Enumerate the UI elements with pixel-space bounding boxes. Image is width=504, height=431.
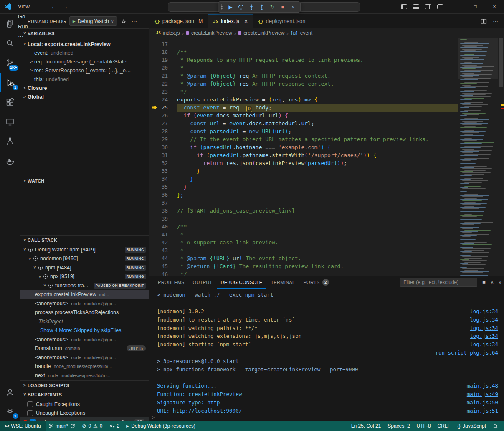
navigate-back-icon[interactable]: ← bbox=[51, 3, 56, 10]
callstack-frame-row[interactable]: <anonymous>node_modules/@go... bbox=[20, 299, 149, 308]
callstack-frame-row[interactable]: process.processTicksAndRejections bbox=[20, 308, 149, 317]
twisty-icon[interactable]: > bbox=[43, 283, 47, 289]
variables-row[interactable]: >req:IncomingMessage {_readableState:… bbox=[20, 57, 149, 66]
restart-button[interactable]: ↻ bbox=[268, 3, 277, 12]
code-line[interactable]: 29 // If the event object URL matches a … bbox=[149, 135, 458, 143]
code-line[interactable]: 22 * @param {Object} res An HTTP respons… bbox=[149, 80, 458, 88]
indentation-item[interactable]: Spaces: 2 bbox=[384, 421, 413, 431]
source-control-icon[interactable]: 1K+ bbox=[0, 53, 20, 73]
drag-handle-icon[interactable] bbox=[221, 4, 223, 10]
scrollbar-thumb[interactable] bbox=[499, 38, 503, 87]
twisty-icon[interactable]: > bbox=[33, 265, 37, 271]
callstack-frame-row[interactable]: exports.createLinkPreviewind... bbox=[20, 290, 149, 299]
callstack-frame-row[interactable]: TickObject bbox=[20, 317, 149, 326]
maximize-button[interactable]: □ bbox=[466, 0, 485, 14]
language-mode-item[interactable]: {} JavaScript bbox=[454, 421, 489, 431]
debug-settings-gear-icon[interactable] bbox=[120, 18, 127, 25]
minimap[interactable] bbox=[458, 38, 498, 276]
line-number-gutter[interactable]: 21 bbox=[149, 72, 177, 80]
stop-button[interactable]: ■ bbox=[278, 3, 287, 12]
code-line[interactable]: 20 * bbox=[149, 64, 458, 72]
code-line[interactable]: 18/** bbox=[149, 48, 458, 56]
line-number-gutter[interactable]: 22 bbox=[149, 80, 177, 88]
source-location-link[interactable]: main.js:51 bbox=[467, 408, 498, 414]
line-number-gutter[interactable]: 18 bbox=[149, 48, 177, 56]
line-number-gutter[interactable]: 44 bbox=[149, 254, 177, 262]
search-icon[interactable] bbox=[0, 33, 20, 53]
panel-tab-problems[interactable]: PROBLEMS bbox=[154, 276, 189, 289]
call-stack-section-header[interactable]: > CALL STACK bbox=[20, 235, 149, 244]
line-number-gutter[interactable]: 32 bbox=[149, 159, 177, 167]
git-branch-item[interactable]: main* bbox=[46, 421, 79, 431]
variables-row[interactable]: >res:ServerResponse {_events: {…}, _e… bbox=[20, 66, 149, 75]
line-number-gutter[interactable]: 27 bbox=[149, 119, 177, 127]
code-line[interactable]: 27 const url = event.docs.matchedUrl.url… bbox=[149, 119, 458, 127]
twisty-icon[interactable]: > bbox=[22, 94, 28, 99]
breakpoint-checkbox[interactable] bbox=[27, 401, 33, 407]
code-line[interactable]: 17 bbox=[149, 40, 458, 48]
callstack-frame-row[interactable]: Domain.rundomain388:15 bbox=[20, 344, 149, 353]
forwarded-ports-item[interactable]: 2 bbox=[106, 421, 123, 431]
line-number-gutter[interactable]: 31 bbox=[149, 151, 177, 159]
breadcrumb-symbol[interactable]: createLinkPreview bbox=[243, 30, 284, 36]
minimap-slider[interactable] bbox=[458, 38, 498, 79]
code-line[interactable]: 46 */ bbox=[149, 270, 458, 276]
tab-package-json[interactable]: {} package.json M bbox=[149, 14, 208, 28]
variables-row[interactable]: event:undefined bbox=[20, 48, 149, 57]
line-number-gutter[interactable]: 30 bbox=[149, 143, 177, 151]
toggle-secondary-sidebar-icon[interactable] bbox=[425, 4, 431, 9]
callstack-frame-row[interactable]: handlenode_modules/express/lib/... bbox=[20, 362, 149, 371]
breakpoints-section-header[interactable]: > BREAKPOINTS bbox=[20, 390, 149, 399]
code-line[interactable]: 35 } bbox=[149, 183, 458, 191]
code-line[interactable]: 40/** bbox=[149, 223, 458, 231]
debug-status-item[interactable]: ▶ Debug Watch (3p-resources) bbox=[123, 421, 199, 431]
code-line[interactable]: 21 * @param {Object} req An HTTP request… bbox=[149, 72, 458, 80]
continue-button[interactable]: ▶ bbox=[226, 3, 235, 12]
encoding-item[interactable]: UTF-8 bbox=[413, 421, 434, 431]
source-location-link[interactable]: log.js:34 bbox=[470, 325, 498, 331]
variables-row[interactable]: >Closure bbox=[20, 84, 149, 92]
line-number-gutter[interactable]: 43 bbox=[149, 246, 177, 254]
start-debug-icon[interactable]: ▶ bbox=[73, 19, 76, 23]
callstack-frame-row[interactable]: nextnode_modules/express/lib/ro... bbox=[20, 371, 149, 380]
line-number-gutter[interactable]: 39 bbox=[149, 215, 177, 223]
code-line[interactable]: 32 return res.json(caseLinkPreview(parse… bbox=[149, 159, 458, 167]
line-number-gutter[interactable]: 34 bbox=[149, 175, 177, 183]
twisty-icon[interactable]: > bbox=[28, 59, 34, 64]
line-number-gutter[interactable]: 40 bbox=[149, 223, 177, 231]
accounts-icon[interactable] bbox=[0, 382, 20, 401]
console-filter-input[interactable] bbox=[400, 278, 477, 287]
line-number-gutter[interactable]: 19 bbox=[149, 56, 177, 64]
views-more-actions-icon[interactable]: ⋯ bbox=[131, 18, 137, 25]
line-number-gutter[interactable]: 24 bbox=[149, 96, 177, 104]
remote-explorer-icon[interactable] bbox=[0, 112, 20, 132]
run-and-debug-icon[interactable]: 1 bbox=[0, 73, 20, 92]
notifications-bell-icon[interactable] bbox=[489, 421, 501, 431]
cursor-position-item[interactable]: Ln 25, Col 21 bbox=[348, 421, 384, 431]
source-location-link[interactable]: main.js:50 bbox=[467, 399, 498, 406]
watch-section-header[interactable]: > WATCH bbox=[20, 176, 149, 185]
line-number-gutter[interactable]: 33 bbox=[149, 167, 177, 175]
callstack-session-row[interactable]: >Debug Watch: npm [9419]RUNNING bbox=[20, 245, 149, 254]
line-number-gutter[interactable]: 25 bbox=[149, 104, 177, 112]
code-line[interactable]: 43 * bbox=[149, 246, 458, 254]
settings-gear-icon[interactable]: 1 bbox=[0, 401, 20, 421]
toggle-panel-icon[interactable] bbox=[413, 4, 419, 9]
panel-tab-terminal[interactable]: TERMINAL bbox=[266, 276, 299, 289]
line-number-gutter[interactable]: 46 bbox=[149, 270, 177, 276]
code-line[interactable]: 30 if (parsedUrl.hostname === 'example.c… bbox=[149, 143, 458, 151]
menu-item-view[interactable]: View bbox=[14, 2, 44, 12]
code-line[interactable]: 45 * @return {!Card} The resulting previ… bbox=[149, 262, 458, 270]
line-number-gutter[interactable]: 37 bbox=[149, 199, 177, 207]
code-line[interactable]: 38// [START add_ons_case_preview_link] bbox=[149, 207, 458, 215]
code-line[interactable]: 41 * bbox=[149, 231, 458, 238]
code-line[interactable]: 19 * Responds to any HTTP request relate… bbox=[149, 56, 458, 64]
navigate-forward-icon[interactable]: → bbox=[62, 3, 68, 10]
breakpoint-row[interactable]: Caught Exceptions bbox=[20, 400, 149, 408]
filter-icon[interactable]: ≡ bbox=[482, 279, 486, 286]
panel-tab-debug-console[interactable]: DEBUG CONSOLE bbox=[217, 276, 267, 289]
launch-config-dropdown[interactable]: ▶ Debug Watch ∨ bbox=[69, 16, 117, 26]
line-number-gutter[interactable]: 29 bbox=[149, 135, 177, 143]
code-line[interactable]: 36}; bbox=[149, 191, 458, 199]
line-number-gutter[interactable]: 20 bbox=[149, 64, 177, 72]
